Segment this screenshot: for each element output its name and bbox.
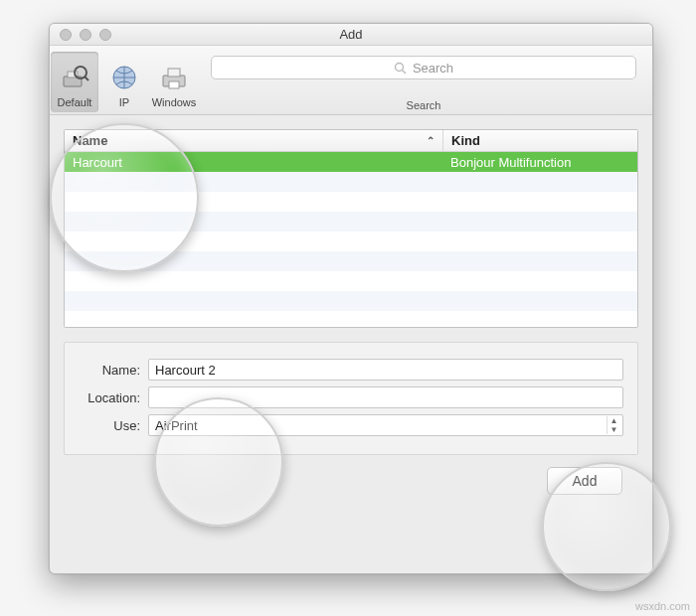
close-window-button[interactable] xyxy=(60,29,72,41)
window-title: Add xyxy=(50,27,652,42)
name-field[interactable]: Harcourt 2 xyxy=(148,359,623,381)
action-bar: Add xyxy=(64,455,638,495)
list-empty-row xyxy=(65,212,637,231)
printer-icon xyxy=(157,61,191,94)
search-input[interactable]: Search xyxy=(211,56,636,79)
toolbar-default-label: Default xyxy=(58,96,92,108)
svg-rect-7 xyxy=(169,81,179,88)
toolbar-mode-group: Default IP xyxy=(50,50,199,114)
list-empty-row xyxy=(65,172,637,192)
list-header: Name ⌃ Kind xyxy=(65,130,637,152)
form-row-location: Location: xyxy=(79,386,623,408)
svg-rect-6 xyxy=(168,69,180,77)
toolbar-ip-label: IP xyxy=(119,96,129,108)
titlebar: Add xyxy=(50,24,652,46)
watermark: wsxdn.com xyxy=(635,600,690,612)
toolbar-search-section: Search Search xyxy=(199,50,644,114)
form-row-use: Use: AirPrint ▲▼ xyxy=(79,414,623,436)
toolbar-windows-label: Windows xyxy=(152,96,197,108)
name-value: Harcourt 2 xyxy=(155,363,216,378)
add-button-label: Add xyxy=(573,473,598,489)
list-item-name: Harcourt xyxy=(65,155,442,170)
name-label: Name: xyxy=(79,363,148,378)
add-printer-window: Add Default xyxy=(49,23,653,574)
toolbar-default-tab[interactable]: Default xyxy=(51,52,98,112)
printer-form: Name: Harcourt 2 Location: Use: AirPrint… xyxy=(64,342,638,455)
printer-list: Name ⌃ Kind Harcourt Bonjour Multifuncti… xyxy=(64,129,638,328)
location-field[interactable] xyxy=(148,386,623,408)
list-empty-row xyxy=(65,251,637,271)
content-area: Name ⌃ Kind Harcourt Bonjour Multifuncti… xyxy=(50,115,652,505)
search-section-label: Search xyxy=(211,99,636,111)
list-empty-row xyxy=(65,291,637,311)
window-controls xyxy=(50,29,111,41)
svg-line-3 xyxy=(85,77,88,80)
add-button[interactable]: Add xyxy=(547,467,622,495)
minimize-window-button[interactable] xyxy=(80,29,91,41)
column-header-kind-label: Kind xyxy=(451,133,480,148)
globe-icon xyxy=(107,61,141,94)
use-value: AirPrint xyxy=(155,418,198,433)
search-icon xyxy=(394,62,407,75)
list-empty-row xyxy=(65,231,637,251)
use-label: Use: xyxy=(79,418,148,433)
list-empty-row xyxy=(65,271,637,291)
svg-point-8 xyxy=(395,63,403,71)
list-empty-row xyxy=(65,192,637,212)
svg-line-9 xyxy=(402,70,406,74)
toolbar-windows-tab[interactable]: Windows xyxy=(150,52,198,112)
form-row-name: Name: Harcourt 2 xyxy=(79,359,623,381)
list-empty-row xyxy=(65,311,637,328)
list-body: Harcourt Bonjour Multifunction xyxy=(65,152,637,328)
column-header-name[interactable]: Name ⌃ xyxy=(65,133,442,148)
sort-indicator-icon: ⌃ xyxy=(427,135,435,146)
use-select[interactable]: AirPrint ▲▼ xyxy=(148,414,623,436)
toolbar: Default IP xyxy=(50,46,652,115)
location-label: Location: xyxy=(79,390,148,405)
column-header-kind[interactable]: Kind xyxy=(442,130,637,151)
list-item-kind: Bonjour Multifunction xyxy=(442,155,637,170)
list-item[interactable]: Harcourt Bonjour Multifunction xyxy=(65,152,637,172)
column-header-name-label: Name xyxy=(73,133,107,148)
magnifier-printer-icon xyxy=(58,61,91,94)
search-placeholder: Search xyxy=(413,61,453,76)
zoom-window-button[interactable] xyxy=(99,29,111,41)
select-stepper-icon: ▲▼ xyxy=(607,416,620,434)
toolbar-ip-tab[interactable]: IP xyxy=(100,52,148,112)
